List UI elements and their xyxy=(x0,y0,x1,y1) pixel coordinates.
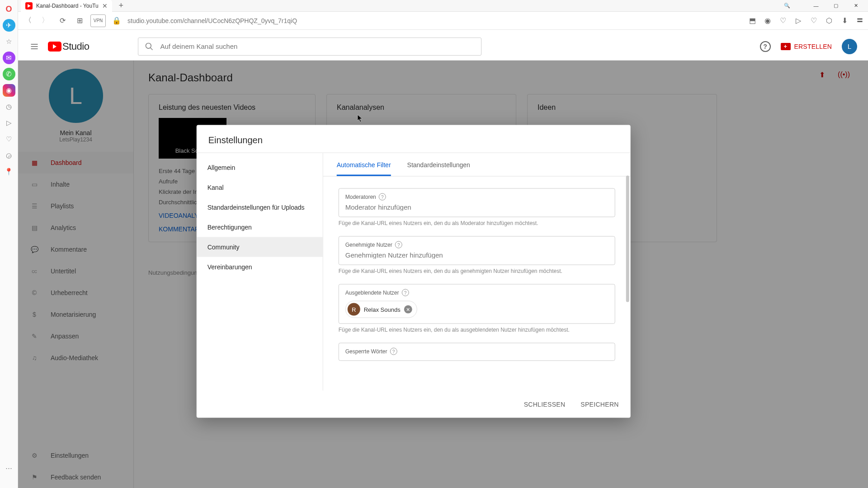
tab-title: Kanal-Dashboard - YouTu xyxy=(36,3,99,9)
help-icon[interactable]: ? xyxy=(390,348,397,355)
camera-icon[interactable]: ◉ xyxy=(763,16,772,25)
create-label: ERSTELLEN xyxy=(794,43,832,50)
forward-button: 〉 xyxy=(39,14,52,27)
moderators-label: Moderatoren xyxy=(345,194,376,200)
modal-title: Einstellungen xyxy=(197,125,631,153)
history-icon[interactable]: ◷ xyxy=(3,100,15,113)
send-icon[interactable]: ▷ xyxy=(794,16,803,25)
modal-nav-permissions[interactable]: Berechtigungen xyxy=(197,217,323,237)
mouse-cursor-icon xyxy=(357,114,363,124)
more-icon[interactable]: ⋯ xyxy=(3,462,15,474)
opera-logo-icon[interactable]: O xyxy=(3,3,15,15)
svg-marker-0 xyxy=(28,4,31,8)
chip-avatar: R xyxy=(348,303,360,316)
search-box[interactable] xyxy=(138,38,481,56)
youtube-icon xyxy=(48,42,61,52)
minimize-button[interactable]: — xyxy=(807,0,826,11)
youtube-favicon-icon xyxy=(25,2,33,9)
bookmark-icon[interactable]: ☆ xyxy=(3,35,15,48)
blocked-label: Gesperrte Wörter xyxy=(345,348,387,355)
modal-scrollbar[interactable] xyxy=(626,176,629,302)
approved-help: Füge die Kanal-URL eines Nutzers ein, de… xyxy=(339,268,615,274)
modal-side-nav: Allgemein Kanal Standardeinstellungen fü… xyxy=(197,153,323,391)
approved-label: Genehmigte Nutzer xyxy=(345,242,392,248)
modal-content-pane: Automatische Filter Standardeinstellunge… xyxy=(323,153,631,391)
help-icon[interactable]: ? xyxy=(379,193,386,201)
lock-icon[interactable]: 🔒 xyxy=(110,14,123,27)
bookmark-page-icon[interactable]: ♡ xyxy=(778,16,788,25)
hidden-user-chip: R Relax Sounds ✕ xyxy=(345,301,417,318)
help-icon[interactable]: ? xyxy=(401,289,409,296)
tab-defaults[interactable]: Standardeinstellungen xyxy=(407,153,470,176)
hidden-label: Ausgeblendete Nutzer xyxy=(345,290,399,296)
back-button[interactable]: 〈 xyxy=(22,14,34,27)
save-button[interactable]: SPEICHERN xyxy=(579,397,620,412)
browser-sidebar: O ✈ ☆ ✉ ✆ ◉ ◷ ▷ ♡ ◶ 📍 ⋯ xyxy=(0,0,18,488)
modal-nav-upload-defaults[interactable]: Standardeinstellungen für Uploads xyxy=(197,197,323,217)
maximize-button[interactable]: ▢ xyxy=(826,0,845,11)
settings-modal: Einstellungen Allgemein Kanal Standardei… xyxy=(197,125,631,418)
address-bar-row: 〈 〉 ⟳ ⊞ VPN 🔒 studio.youtube.com/channel… xyxy=(18,12,868,30)
moderators-field[interactable]: Moderatoren? xyxy=(339,188,615,217)
modal-nav-community[interactable]: Community xyxy=(197,237,323,257)
search-everywhere-icon[interactable]: 🔍 xyxy=(778,0,797,11)
hidden-users-field[interactable]: Ausgeblendete Nutzer? R Relax Sounds ✕ xyxy=(339,284,615,324)
approved-users-field[interactable]: Genehmigte Nutzer? xyxy=(339,236,615,265)
moderators-help: Füge die Kanal-URL eines Nutzers ein, de… xyxy=(339,220,615,226)
speed-dial-icon[interactable]: ⊞ xyxy=(73,14,86,27)
search-input[interactable] xyxy=(160,42,475,50)
studio-wordmark: Studio xyxy=(62,41,89,52)
blocked-words-field[interactable]: Gesperrte Wörter? xyxy=(339,343,615,361)
browser-tab[interactable]: Kanal-Dashboard - YouTu ✕ xyxy=(21,0,112,13)
hamburger-menu-icon[interactable] xyxy=(29,41,40,52)
pin-icon[interactable]: 📍 xyxy=(3,165,15,178)
new-tab-button[interactable]: + xyxy=(115,0,127,12)
tab-auto-filter[interactable]: Automatische Filter xyxy=(337,153,391,176)
cube-icon[interactable]: ⬡ xyxy=(825,16,834,25)
approved-input[interactable] xyxy=(345,251,609,259)
modal-nav-channel[interactable]: Kanal xyxy=(197,178,323,197)
instagram-icon[interactable]: ◉ xyxy=(3,84,15,97)
hidden-help: Füge die Kanal-URL eines Nutzers ein, de… xyxy=(339,327,615,333)
user-avatar[interactable]: L xyxy=(842,39,857,54)
chip-remove-icon[interactable]: ✕ xyxy=(404,305,412,314)
reload-button[interactable]: ⟳ xyxy=(56,14,69,27)
modal-nav-general[interactable]: Allgemein xyxy=(197,158,323,178)
download-icon[interactable]: ⬇ xyxy=(840,16,849,25)
easy-setup-icon[interactable]: 〓 xyxy=(855,16,864,25)
whatsapp-icon[interactable]: ✆ xyxy=(3,68,15,80)
svg-line-2 xyxy=(151,47,153,50)
close-button[interactable]: SCHLIESSEN xyxy=(522,397,567,412)
svg-point-1 xyxy=(146,43,151,48)
heart-icon[interactable]: ♡ xyxy=(3,133,15,145)
browser-tabbar: Kanal-Dashboard - YouTu ✕ + 🔍 — ▢ ✕ xyxy=(18,0,868,12)
url-text[interactable]: studio.youtube.com/channel/UCocN6zQPHQZ_… xyxy=(127,17,743,24)
vpn-badge[interactable]: VPN xyxy=(90,14,106,27)
help-icon[interactable]: ? xyxy=(760,41,771,52)
search-icon xyxy=(145,42,154,51)
clock-icon[interactable]: ◶ xyxy=(3,149,15,162)
help-icon[interactable]: ? xyxy=(395,241,402,249)
moderator-input[interactable] xyxy=(345,203,609,211)
chip-name: Relax Sounds xyxy=(364,306,401,313)
create-button[interactable]: ERSTELLEN xyxy=(781,43,832,50)
media-icon[interactable]: ⬒ xyxy=(748,16,757,25)
messenger-icon[interactable]: ✉ xyxy=(3,52,15,64)
heart-outline-icon[interactable]: ♡ xyxy=(809,16,818,25)
studio-header: Studio ? ERSTELLEN L xyxy=(18,33,868,61)
close-window-button[interactable]: ✕ xyxy=(846,0,865,11)
close-tab-icon[interactable]: ✕ xyxy=(102,2,108,9)
play-icon[interactable]: ▷ xyxy=(3,117,15,129)
modal-nav-agreements[interactable]: Vereinbarungen xyxy=(197,257,323,277)
create-camera-icon xyxy=(781,43,791,50)
studio-logo[interactable]: Studio xyxy=(48,41,89,52)
telegram-icon[interactable]: ✈ xyxy=(3,19,15,32)
